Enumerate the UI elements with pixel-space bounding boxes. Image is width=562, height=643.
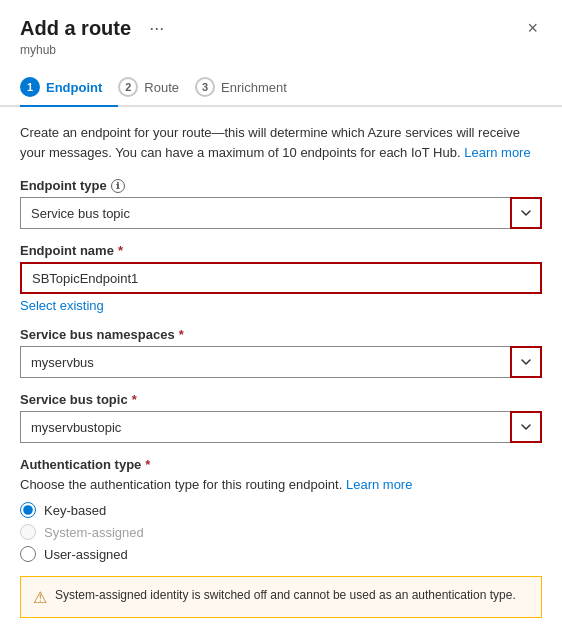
step-1-circle: 1 — [20, 77, 40, 97]
radio-system-assigned-input — [20, 524, 36, 540]
add-route-panel: Add a route ··· myhub × 1 Endpoint 2 Rou… — [0, 0, 562, 634]
description-text: Create an endpoint for your route—this w… — [20, 123, 542, 162]
step-enrichment[interactable]: 3 Enrichment — [195, 69, 303, 105]
steps-nav: 1 Endpoint 2 Route 3 Enrichment — [0, 61, 562, 107]
service-bus-namespaces-label: Service bus namespaces * — [20, 327, 542, 342]
step-2-circle: 2 — [118, 77, 138, 97]
close-button[interactable]: × — [523, 14, 542, 43]
service-bus-topic-label: Service bus topic * — [20, 392, 542, 407]
endpoint-type-select-wrapper: Service bus topic Event Hub Storage Serv… — [20, 197, 542, 229]
authentication-type-description: Choose the authentication type for this … — [20, 476, 542, 494]
radio-key-based-label: Key-based — [44, 503, 106, 518]
learn-more-link-1[interactable]: Learn more — [464, 145, 530, 160]
radio-user-assigned[interactable]: User-assigned — [20, 546, 542, 562]
radio-key-based-input[interactable] — [20, 502, 36, 518]
panel-subtitle: myhub — [20, 43, 170, 57]
service-bus-namespaces-select[interactable]: myservbus — [20, 346, 542, 378]
step-3-label: Enrichment — [221, 80, 287, 95]
radio-system-assigned[interactable]: System-assigned — [20, 524, 542, 540]
step-1-label: Endpoint — [46, 80, 102, 95]
endpoint-type-select[interactable]: Service bus topic Event Hub Storage Serv… — [20, 197, 542, 229]
step-3-circle: 3 — [195, 77, 215, 97]
learn-more-link-2[interactable]: Learn more — [346, 477, 412, 492]
service-bus-topic-select[interactable]: myservbustopic — [20, 411, 542, 443]
warning-icon: ⚠ — [33, 588, 47, 607]
warning-text: System-assigned identity is switched off… — [55, 587, 516, 604]
select-existing-link[interactable]: Select existing — [20, 298, 104, 313]
radio-user-assigned-input[interactable] — [20, 546, 36, 562]
endpoint-name-label: Endpoint name * — [20, 243, 542, 258]
radio-key-based[interactable]: Key-based — [20, 502, 542, 518]
panel-title-row: Add a route ··· — [20, 16, 170, 41]
service-bus-namespaces-wrapper: myservbus — [20, 346, 542, 378]
service-bus-topic-wrapper: myservbustopic — [20, 411, 542, 443]
step-route[interactable]: 2 Route — [118, 69, 195, 105]
step-endpoint[interactable]: 1 Endpoint — [20, 69, 118, 107]
endpoint-type-label: Endpoint type ℹ — [20, 178, 542, 193]
step-2-label: Route — [144, 80, 179, 95]
authentication-type-radio-group: Key-based System-assigned User-assigned — [20, 502, 542, 562]
panel-header: Add a route ··· myhub × — [0, 0, 562, 61]
service-bus-topic-required: * — [132, 392, 137, 407]
authentication-type-required: * — [145, 457, 150, 472]
endpoint-name-input[interactable] — [20, 262, 542, 294]
ellipsis-button[interactable]: ··· — [143, 16, 170, 41]
panel-title: Add a route — [20, 17, 131, 40]
endpoint-name-field: Endpoint name * Select existing — [20, 243, 542, 313]
radio-system-assigned-label: System-assigned — [44, 525, 144, 540]
endpoint-name-required: * — [118, 243, 123, 258]
radio-user-assigned-label: User-assigned — [44, 547, 128, 562]
panel-content: Create an endpoint for your route—this w… — [0, 107, 562, 634]
service-bus-topic-field: Service bus topic * myservbustopic — [20, 392, 542, 443]
endpoint-type-field: Endpoint type ℹ Service bus topic Event … — [20, 178, 542, 229]
warning-banner: ⚠ System-assigned identity is switched o… — [20, 576, 542, 618]
service-bus-namespaces-field: Service bus namespaces * myservbus — [20, 327, 542, 378]
authentication-type-section: Authentication type * Choose the authent… — [20, 457, 542, 562]
authentication-type-label: Authentication type * — [20, 457, 542, 472]
endpoint-type-info-icon[interactable]: ℹ — [111, 179, 125, 193]
service-bus-namespaces-required: * — [179, 327, 184, 342]
